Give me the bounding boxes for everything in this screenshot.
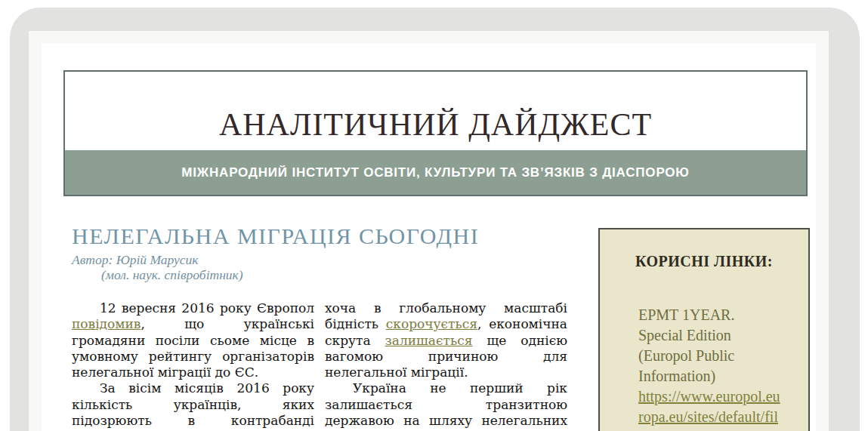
inline-link[interactable]: повідомив	[72, 316, 141, 331]
byline: Автор: Юрій Марусик (мол. наук. співробі…	[72, 253, 243, 282]
article-body: 12 вересня 2016 року Європол повідомив, …	[72, 300, 567, 431]
inline-link[interactable]: скорочується	[386, 316, 477, 331]
europol-report-link[interactable]: https://www.europol.europa.eu/sites/defa…	[638, 386, 801, 431]
masthead: АНАЛІТИЧНИЙ ДАЙДЖЕСТ	[65, 72, 806, 150]
text-line[interactable]: es/documents/epmt_1ye	[638, 427, 801, 431]
column-1: 12 вересня 2016 року Європол повідомив, …	[72, 300, 314, 431]
institute-banner: МІЖНАРОДНИЙ ІНСТИТУТ ОСВІТИ, КУЛЬТУРИ ТА…	[65, 150, 806, 195]
document-page: АНАЛІТИЧНИЙ ДАЙДЖЕСТ МІЖНАРОДНИЙ ІНСТИТУ…	[42, 44, 816, 431]
byline-position: (мол. наук. співробітник)	[72, 268, 243, 283]
text-line[interactable]: ropa.eu/sites/default/fil	[638, 407, 801, 427]
paragraph: Україна не перший рік залишається транзи…	[325, 380, 567, 431]
paragraph: 12 вересня 2016 року Європол повідомив, …	[72, 300, 314, 380]
paragraph: хоча в глобальному масштабі бідність ско…	[325, 300, 567, 380]
paragraph-text: 12 вересня 2016 року Європол	[100, 300, 314, 316]
paragraph-text: Україна не перший рік залишається транзи…	[325, 380, 567, 431]
byline-author: Автор: Юрій Марусик	[72, 253, 243, 268]
paragraph: За вісім місяців 2016 року кількість укр…	[72, 380, 314, 431]
paragraph-text: За вісім місяців 2016 року кількість укр…	[72, 380, 314, 431]
sidebar-title: КОРИСНІ ЛІНКИ:	[600, 253, 808, 270]
text-line: (Europol Public	[638, 346, 801, 366]
inline-link[interactable]: залишається	[385, 333, 473, 348]
useful-links-sidebar: КОРИСНІ ЛІНКИ: EPMT 1YEAR.Special Editio…	[598, 228, 810, 431]
text-line: EPMT 1YEAR.	[638, 305, 801, 325]
masthead-box: АНАЛІТИЧНИЙ ДАЙДЖЕСТ МІЖНАРОДНИЙ ІНСТИТУ…	[63, 70, 808, 196]
link-description: EPMT 1YEAR.Special Edition(Europol Publi…	[638, 305, 801, 386]
column-2: хоча в глобальному масштабі бідність ско…	[325, 300, 567, 431]
sidebar-entry: EPMT 1YEAR.Special Edition(Europol Publi…	[638, 305, 801, 431]
institute-banner-label: МІЖНАРОДНИЙ ІНСТИТУТ ОСВІТИ, КУЛЬТУРИ ТА…	[181, 165, 689, 180]
text-line[interactable]: https://www.europol.eu	[638, 386, 801, 407]
article-title: НЕЛЕГАЛЬНА МІГРАЦІЯ СЬОГОДНІ	[72, 223, 479, 249]
text-line: Information)	[638, 366, 801, 386]
text-line: Special Edition	[638, 325, 801, 346]
publication-title: АНАЛІТИЧНИЙ ДАЙДЖЕСТ	[219, 106, 652, 143]
